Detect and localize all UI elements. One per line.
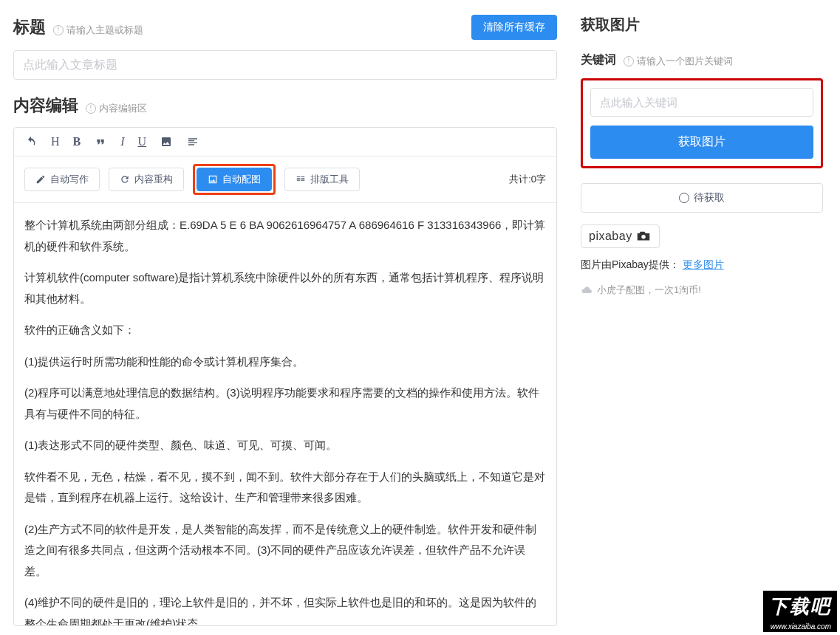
auto-write-button[interactable]: 自动写作 (24, 168, 100, 191)
refresh-icon (120, 174, 130, 185)
content-paragraph: 软件看不见，无色，枯燥，看不见，摸不到，闻不到。软件大部分存在于人们的头脑或纸上… (24, 467, 546, 509)
camera-icon (635, 231, 652, 241)
watermark-top: 下载吧 (763, 591, 837, 621)
layout-tool-button[interactable]: 排版工具 (284, 168, 360, 191)
keyword-hint: ! 请输入一个图片关键词 (624, 55, 733, 68)
editor-title: 内容编辑 (13, 95, 78, 117)
image-icon[interactable] (160, 135, 173, 148)
underline-icon[interactable]: U (138, 135, 147, 148)
word-count: 共计:0字 (509, 173, 546, 186)
auto-image-button[interactable]: 自动配图 (197, 168, 272, 191)
italic-icon[interactable]: I (120, 135, 124, 148)
format-toolbar: H B I U (14, 128, 556, 157)
keyword-label: 关键词 (581, 52, 616, 68)
content-area[interactable]: 整个计算机系统由两部分组成：E.69DA 5 E 6 BA 9062616964… (14, 203, 556, 625)
editor-header: 内容编辑 ! 内容编辑区 (13, 95, 557, 117)
undo-icon[interactable] (24, 135, 38, 148)
circle-icon (679, 193, 689, 203)
content-paragraph: (2)程序可以满意地处理信息的数据结构。(3)说明程序功能要求和程序需要的文档的… (24, 382, 546, 425)
bold-icon[interactable]: B (73, 135, 81, 148)
pixabay-text: pixabay (589, 230, 632, 243)
keyword-highlight: 获取图片 (581, 78, 823, 168)
rebuild-button[interactable]: 内容重构 (109, 168, 184, 191)
picture-icon (208, 174, 218, 185)
content-paragraph: (2)生产方式不同的软件是开发，是人类智能的高发挥，而不是传统意义上的硬件制造。… (24, 519, 546, 583)
content-paragraph: (1)提供运行时所需功能和性能的命令或计算机程序集合。 (24, 351, 546, 373)
content-paragraph: 软件的正确含义如下： (24, 320, 546, 341)
provide-line: 图片由Pixabay提供： 更多图片 (581, 258, 823, 272)
heading-icon[interactable]: H (51, 135, 60, 148)
align-left-icon[interactable] (186, 135, 199, 148)
auto-image-highlight: 自动配图 (193, 164, 276, 195)
clear-cache-button[interactable]: 清除所有缓存 (471, 15, 557, 40)
pixabay-badge: pixabay (581, 224, 660, 248)
content-paragraph: (4)维护不同的硬件是旧的，理论上软件是旧的，并不坏，但实际上软件也是旧的和坏的… (24, 592, 546, 625)
info-icon: ! (53, 25, 64, 35)
title-label: 标题 (13, 16, 46, 38)
title-input[interactable] (13, 50, 557, 80)
editor-hint: ! 内容编辑区 (86, 102, 147, 115)
cloud-icon (581, 286, 593, 295)
quote-icon[interactable] (94, 135, 107, 148)
more-images-link[interactable]: 更多图片 (683, 258, 724, 270)
content-paragraph: (1)表达形式不同的硬件类型、颜色、味道、可见、可摸、可闻。 (24, 435, 546, 456)
keyword-input[interactable] (590, 88, 813, 117)
info-icon: ! (86, 103, 96, 114)
pencil-icon (35, 174, 46, 185)
fetch-image-button[interactable]: 获取图片 (590, 126, 813, 159)
content-paragraph: 整个计算机系统由两部分组成：E.69DA 5 E 6 BA 9062616964… (24, 215, 546, 257)
info-icon: ! (624, 56, 634, 66)
layout-icon (296, 174, 306, 185)
keyword-header: 关键词 ! 请输入一个图片关键词 (581, 52, 823, 68)
action-toolbar: 自动写作 内容重构 自动配图 排版工具 共计:0字 (14, 157, 556, 203)
title-hint: ! 请输入主题或标题 (53, 24, 143, 37)
editor-box: H B I U 自动写作 内容重构 (13, 127, 557, 626)
watermark-bot: www.xiazaiba.com (763, 621, 837, 632)
pending-box[interactable]: 待获取 (581, 183, 823, 213)
title-header: 标题 ! 请输入主题或标题 清除所有缓存 (13, 15, 557, 40)
rp-title: 获取图片 (581, 15, 823, 35)
tao-line: 小虎子配图，一次1淘币! (581, 284, 823, 297)
watermark: 下载吧 www.xiazaiba.com (763, 591, 837, 632)
content-paragraph: 计算机软件(computer software)是指计算机系统中除硬件以外的所有… (24, 267, 546, 309)
